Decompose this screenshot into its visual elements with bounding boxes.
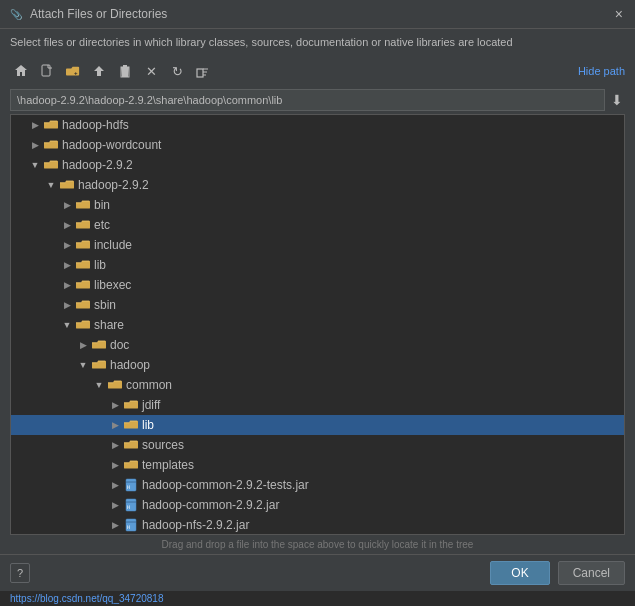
tree-arrow[interactable]: ▶ [27,117,43,133]
new-folder-button[interactable]: + [62,60,84,82]
tree-arrow[interactable]: ▼ [75,357,91,373]
tree-arrow[interactable]: ▼ [43,177,59,193]
folder-icon [123,417,139,433]
tree-item-label: hadoop-2.9.2 [78,178,149,192]
ok-button[interactable]: OK [490,561,549,585]
tree-arrow[interactable]: ▶ [107,497,123,513]
svg-text:H: H [127,524,130,530]
close-button[interactable]: × [611,4,627,24]
tree-arrow[interactable]: ▶ [107,397,123,413]
tree-item-doc[interactable]: ▶ doc [11,335,624,355]
path-bar: ⬇ [0,86,635,114]
tree-item-label: doc [110,338,129,352]
tree-arrow[interactable]: ▶ [107,437,123,453]
folder-icon [91,357,107,373]
title-bar: 📎 Attach Files or Directories × [0,0,635,29]
folder-icon [43,137,59,153]
tree-arrow[interactable]: ▶ [59,237,75,253]
tree-arrow[interactable]: ▶ [107,517,123,533]
tree-item-label: lib [142,418,154,432]
tree-item-label: hadoop-nfs-2.9.2.jar [142,518,249,532]
remove-button[interactable]: ✕ [140,60,162,82]
tree-arrow[interactable]: ▶ [59,257,75,273]
folder-up-button[interactable] [88,60,110,82]
tree-item-sbin[interactable]: ▶ sbin [11,295,624,315]
jar-icon: H [123,477,139,493]
svg-rect-0 [42,65,50,76]
svg-text:+: + [74,68,78,75]
tree-item-label: libexec [94,278,131,292]
help-button[interactable]: ? [10,563,30,583]
new-file-button[interactable] [36,60,58,82]
bottom-bar: ? OK Cancel [0,554,635,591]
tree-item-hadoop-common-tests[interactable]: ▶ H hadoop-common-2.9.2-tests.jar [11,475,624,495]
folder-icon [43,117,59,133]
tree-item-common[interactable]: ▼ common [11,375,624,395]
tree-item-bin[interactable]: ▶ bin [11,195,624,215]
tree-item-libexec[interactable]: ▶ libexec [11,275,624,295]
tree-arrow[interactable]: ▶ [59,217,75,233]
tree-item-etc[interactable]: ▶ etc [11,215,624,235]
description-text: Select files or directories in which lib… [0,29,635,56]
tree-item-label: include [94,238,132,252]
tree-item-label: templates [142,458,194,472]
tree-item-hadoop[interactable]: ▼ hadoop [11,355,624,375]
tree-arrow[interactable]: ▶ [107,417,123,433]
folder-icon [123,397,139,413]
tree-arrow[interactable]: ▶ [59,297,75,313]
jar-icon: H [123,517,139,533]
tree-arrow[interactable]: ▶ [27,137,43,153]
collapse-button[interactable] [192,60,214,82]
tree-item-label: jdiff [142,398,160,412]
tree-arrow[interactable]: ▶ [107,477,123,493]
tree-arrow[interactable]: ▼ [27,157,43,173]
tree-item-label: hadoop [110,358,150,372]
delete-button[interactable] [114,60,136,82]
tree-item-hadoop-2.9.2-child[interactable]: ▼ hadoop-2.9.2 [11,175,624,195]
cancel-button[interactable]: Cancel [558,561,625,585]
tree-item-hadoop-wordcount[interactable]: ▶ hadoop-wordcount [11,135,624,155]
tree-item-label: hadoop-common-2.9.2.jar [142,498,279,512]
tree-item-include[interactable]: ▶ include [11,235,624,255]
tree-item-hadoop-common[interactable]: ▶ H hadoop-common-2.9.2.jar [11,495,624,515]
tree-item-sources[interactable]: ▶ sources [11,435,624,455]
folder-icon [75,237,91,253]
tree-arrow[interactable]: ▶ [59,277,75,293]
tree-item-templates[interactable]: ▶ templates [11,455,624,475]
folder-icon [91,337,107,353]
tree-item-label: hadoop-hdfs [62,118,129,132]
tree-item-lib[interactable]: ▶ lib [11,255,624,275]
tree-item-share[interactable]: ▼ share [11,315,624,335]
tree-item-label: hadoop-wordcount [62,138,161,152]
tree-arrow[interactable]: ▶ [59,197,75,213]
title-icon: 📎 [8,6,24,22]
tree-arrow[interactable]: ▶ [107,457,123,473]
hide-path-link[interactable]: Hide path [578,65,625,77]
refresh-button[interactable]: ↻ [166,60,188,82]
home-button[interactable] [10,60,32,82]
toolbar: + ✕ ↻ Hide path [0,56,635,86]
svg-text:H: H [127,484,130,490]
tree-item-hadoop-2.9.2-root[interactable]: ▼ hadoop-2.9.2 [11,155,624,175]
tree-item-label: share [94,318,124,332]
tree-item-label: hadoop-2.9.2 [62,158,133,172]
folder-icon [123,457,139,473]
tree-item-hadoop-hdfs[interactable]: ▶ hadoop-hdfs [11,115,624,135]
path-input[interactable] [10,89,605,111]
tree-item-lib-selected[interactable]: ▶ lib [11,415,624,435]
folder-icon [43,157,59,173]
tree-item-label: sources [142,438,184,452]
tree-arrow[interactable]: ▼ [59,317,75,333]
path-download-button[interactable]: ⬇ [609,90,625,110]
tree-item-jdiff[interactable]: ▶ jdiff [11,395,624,415]
url-bar: https://blog.csdn.net/qq_34720818 [0,591,635,606]
drag-hint: Drag and drop a file into the space abov… [0,535,635,554]
svg-text:H: H [127,504,130,510]
tree-item-label: bin [94,198,110,212]
tree-item-hadoop-nfs[interactable]: ▶ H hadoop-nfs-2.9.2.jar [11,515,624,535]
tree-arrow[interactable]: ▶ [75,337,91,353]
folder-icon [59,177,75,193]
tree-arrow[interactable]: ▼ [91,377,107,393]
svg-rect-3 [197,69,203,77]
file-tree[interactable]: ▶ hadoop-hdfs▶ hadoop-wordcount▼ hadoop-… [10,114,625,535]
